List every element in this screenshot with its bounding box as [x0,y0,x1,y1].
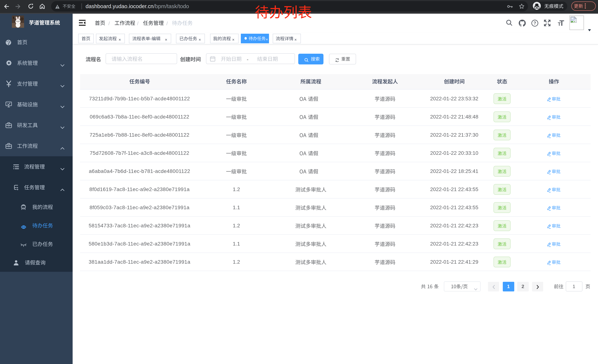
svg-text:?: ? [533,21,536,25]
svg-text:T: T [559,18,564,27]
